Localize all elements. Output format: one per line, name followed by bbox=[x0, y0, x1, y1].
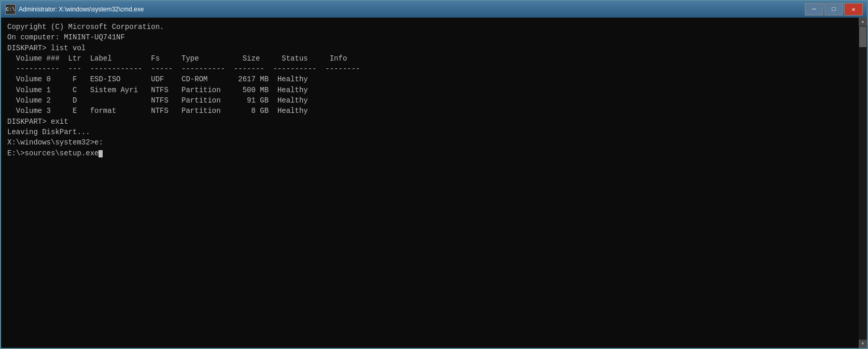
maximize-button[interactable]: □ bbox=[824, 3, 843, 16]
cursor-blink bbox=[99, 150, 103, 157]
console-line: DISKPART> list vol bbox=[7, 43, 861, 53]
console-line: ---------- --- ------------ ----- ------… bbox=[7, 64, 861, 74]
window-icon: C:\ bbox=[5, 4, 16, 14]
window-controls: — □ ✕ bbox=[805, 3, 863, 16]
console-line: Volume 2 D NTFS Partition 91 GB Healthy bbox=[7, 95, 861, 106]
scroll-up-arrow[interactable]: ▲ bbox=[859, 18, 867, 26]
title-bar: C:\ Administrator: X:\windows\system32\c… bbox=[1, 1, 867, 18]
console-line: Volume 3 E format NTFS Partition 8 GB He… bbox=[7, 106, 861, 116]
cmd-window: C:\ Administrator: X:\windows\system32\c… bbox=[0, 0, 868, 349]
console-line: Copyright (C) Microsoft Corporation. bbox=[7, 22, 861, 32]
console-line: Volume ### Ltr Label Fs Type Size Status… bbox=[7, 53, 861, 64]
scrollbar[interactable]: ▲ ▼ bbox=[859, 18, 867, 348]
minimize-button[interactable]: — bbox=[805, 3, 823, 16]
scroll-track[interactable] bbox=[859, 26, 867, 340]
console-lines: Copyright (C) Microsoft Corporation.On c… bbox=[7, 22, 861, 158]
console-line: X:\windows\system32>e: bbox=[7, 137, 861, 148]
console-line: Leaving DiskPart... bbox=[7, 127, 861, 137]
console-line: Volume 0 F ESD-ISO UDF CD-ROM 2617 MB He… bbox=[7, 74, 861, 84]
close-button[interactable]: ✕ bbox=[844, 3, 863, 16]
console-line: DISKPART> exit bbox=[7, 117, 861, 127]
console-output[interactable]: Copyright (C) Microsoft Corporation.On c… bbox=[1, 18, 867, 348]
scroll-down-arrow[interactable]: ▼ bbox=[859, 340, 867, 348]
console-line: Volume 1 C Sistem Ayri NTFS Partition 50… bbox=[7, 85, 861, 95]
console-line: E:\>sources\setup.exe bbox=[7, 148, 861, 158]
title-bar-text: Administrator: X:\windows\system32\cmd.e… bbox=[19, 6, 805, 13]
scroll-thumb[interactable] bbox=[859, 26, 866, 47]
console-line: On computer: MININT-UQ741NF bbox=[7, 32, 861, 42]
